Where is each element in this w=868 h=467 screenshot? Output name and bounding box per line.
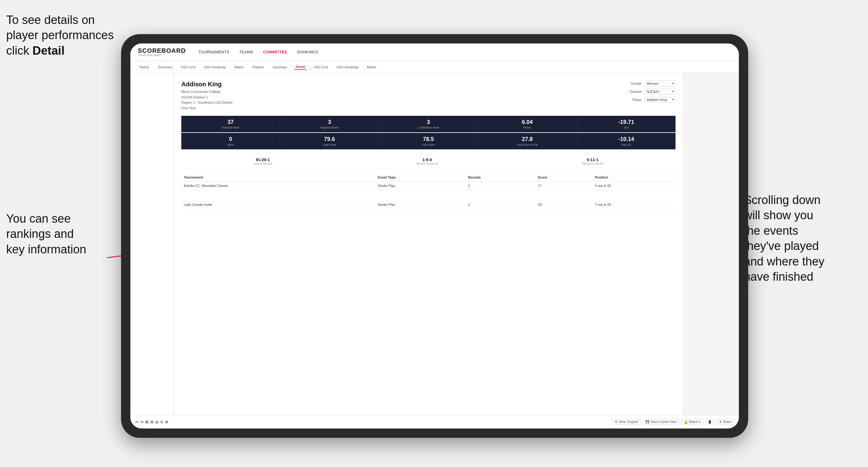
stat-points-value: 6.04	[480, 119, 574, 125]
logo-text: SCOREBOARD	[138, 48, 186, 54]
record-overall: 91-20-1 Overall Record	[254, 157, 272, 165]
watch-button[interactable]: 🔔 Watch ▾	[681, 419, 703, 425]
watch-chevron: ▾	[699, 420, 700, 424]
logo-sub: Powered by clippd	[138, 54, 186, 57]
stat-avg-sg: -10.14 Avg SG	[577, 133, 676, 149]
stat-avg-sg-value: -10.14	[579, 136, 673, 143]
save-custom-label: Save Custom View	[650, 420, 677, 424]
player-header: Addison King Mesa Community College NJCA…	[181, 81, 676, 111]
tab-h2h-grid[interactable]: H2H Grid	[180, 65, 196, 69]
stat-avg-score-par: 27.8 Avg Score to Par	[478, 133, 577, 149]
gender-select[interactable]: Women Men	[645, 81, 676, 86]
stat-national-rank-value: 37	[184, 119, 278, 125]
tab-h2h-heatmap[interactable]: H2H Heatmap	[203, 65, 227, 69]
logo-area: SCOREBOARD Powered by clippd	[138, 48, 186, 57]
tab-players[interactable]: Players	[251, 65, 265, 69]
stats-row1: 37 National Rank 3 Regional Rank 3 Confe…	[181, 116, 676, 132]
tab-summary[interactable]: Summary	[156, 65, 174, 69]
bottom-toolbar: ↩ ↪ ⊞ ⊟ ◎ ⊙ ⊚ 👁 View: Original 💾 Save Cu…	[130, 415, 739, 429]
col-position: Position	[592, 174, 676, 181]
stat-conference-rank-value: 3	[381, 119, 475, 125]
annotation-bl-2: rankings and	[6, 227, 74, 240]
redo-icon[interactable]: ↪	[140, 420, 144, 424]
stat-conference-rank: 3 Conference Rank	[379, 116, 478, 132]
share-label: Share	[723, 420, 731, 424]
table-row: Estella CC- Mountain Classic Stroke Play…	[181, 181, 676, 190]
record-top50-label: Record vs top 50	[582, 162, 603, 165]
division-label: Division	[625, 90, 642, 93]
tab-matrix[interactable]: Matrix	[233, 65, 245, 69]
tab-summary2[interactable]: Summary	[271, 65, 288, 69]
cell-tournament-1: Estella CC- Mountain Classic	[181, 181, 375, 190]
stat-avg-score-label: Avg Score	[283, 143, 377, 146]
tool-icon-2[interactable]: ⊟	[150, 420, 153, 424]
view-icon: 👁	[615, 420, 618, 424]
undo-icon[interactable]: ↩	[135, 420, 138, 424]
record-top25-label: Record vs top 25	[416, 162, 438, 165]
stat-avg-score-par-label: Avg Score to Par	[480, 143, 574, 146]
table-row	[181, 190, 676, 200]
view-original-label: View: Original	[619, 420, 638, 424]
filter-row-gender: Gender Women Men	[625, 81, 676, 86]
nav-rankings[interactable]: RANKINGS	[297, 49, 318, 56]
cell-empty	[181, 190, 676, 200]
watch-icon: 🔔	[684, 420, 688, 424]
annotation-bl-3: key information	[6, 243, 86, 256]
tab-detail[interactable]: Detail	[294, 64, 306, 70]
share-icon: ⬆	[719, 420, 721, 424]
stat-avg-score: 79.6 Avg Score	[280, 133, 379, 149]
tool-icon-3[interactable]: ◎	[155, 420, 158, 424]
sidebar	[130, 73, 174, 415]
player-year: First Year	[181, 105, 232, 111]
stat-points: 6.04 Points	[478, 116, 577, 132]
division-select[interactable]: NJCAA I NJCAA II	[645, 89, 676, 94]
nav-teams[interactable]: TEAMS	[239, 49, 253, 56]
tool-icon-1[interactable]: ⊞	[145, 420, 148, 424]
record-top50: 5-11-1 Record vs top 50	[582, 157, 603, 165]
stat-sos-label: SoS	[579, 126, 673, 129]
cell-rounds-3: 2	[466, 200, 535, 209]
annotation-right: Scrolling down will show you the events …	[744, 192, 862, 284]
stat-wins: 0 Wins	[181, 133, 280, 149]
main-nav: TOURNAMENTS TEAMS COMMITTEE RANKINGS	[198, 49, 318, 56]
record-overall-value: 91-20-1	[254, 157, 272, 162]
tablet-screen: SCOREBOARD Powered by clippd TOURNAMENTS…	[130, 43, 739, 429]
toolbar-right: 👁 View: Original 💾 Save Custom View 🔔 Wa…	[612, 419, 734, 425]
stat-regional-rank: 3 Regional Rank	[280, 116, 379, 132]
stat-adj-score-label: Adj Score	[381, 143, 475, 146]
tool-icon-5[interactable]: ⊚	[165, 420, 168, 424]
nav-committee[interactable]: COMMITTEE	[263, 49, 287, 56]
player-select[interactable]: Addison King	[645, 97, 676, 102]
player-name: Addison King	[181, 81, 232, 88]
device-icon: 📱	[708, 420, 712, 424]
save-custom-button[interactable]: 💾 Save Custom View	[643, 419, 679, 425]
cell-rounds-1: 2	[466, 181, 535, 190]
view-original-button[interactable]: 👁 View: Original	[612, 419, 641, 425]
device-button[interactable]: 📱	[705, 419, 714, 425]
record-top25: 1-5-0 Record vs top 25	[416, 157, 438, 165]
stat-sos-value: -19.71	[579, 119, 673, 125]
stat-national-rank: 37 National Rank	[181, 116, 280, 132]
player-school: Mesa Community College	[181, 89, 232, 95]
cell-tournament-3: Lady Coyote Invite	[181, 200, 375, 209]
tablet-frame: SCOREBOARD Powered by clippd TOURNAMENTS…	[121, 34, 748, 438]
annotation-topleft: To see details on player performances cl…	[6, 12, 118, 58]
stat-avg-sg-label: Avg SG	[579, 143, 673, 146]
tab-h2h-heatmap2[interactable]: H2H Heatmap	[336, 65, 360, 69]
tab-h2h-grid2[interactable]: H2H Grid	[313, 65, 330, 69]
right-panel	[683, 73, 739, 415]
sub-nav: Teams Summary H2H Grid H2H Heatmap Matri…	[130, 61, 739, 73]
gender-label: Gender	[625, 82, 642, 85]
share-button[interactable]: ⬆ Share	[716, 419, 734, 425]
player-label: Player	[625, 98, 642, 101]
tool-icon-4[interactable]: ⊙	[160, 420, 163, 424]
stat-wins-label: Wins	[184, 143, 278, 146]
save-icon: 💾	[645, 420, 649, 424]
player-region: Region 1 - Southwest (18) District	[181, 100, 232, 105]
tab-matrix2[interactable]: Matrix	[366, 65, 377, 69]
tab-teams[interactable]: Teams	[138, 65, 150, 69]
nav-tournaments[interactable]: TOURNAMENTS	[198, 49, 229, 56]
records-row: 91-20-1 Overall Record 1-5-0 Record vs t…	[181, 154, 676, 168]
col-tournament: Tournament	[181, 174, 375, 181]
stat-avg-score-par-value: 27.8	[480, 136, 574, 143]
